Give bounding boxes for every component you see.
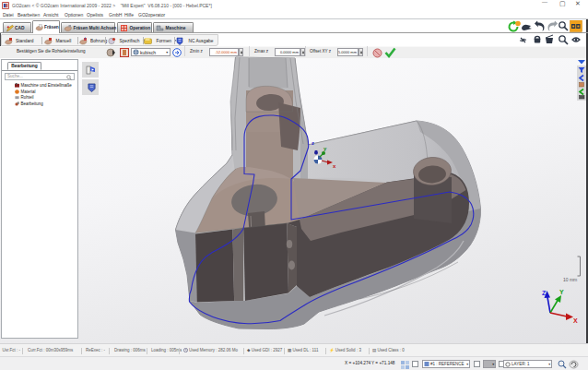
svg-text:10 mm: 10 mm xyxy=(563,277,577,282)
svg-text:Y: Y xyxy=(559,289,564,295)
svg-text:z: z xyxy=(312,140,314,146)
svg-text:Z: Z xyxy=(542,290,547,296)
svg-text:X: X xyxy=(573,317,578,324)
